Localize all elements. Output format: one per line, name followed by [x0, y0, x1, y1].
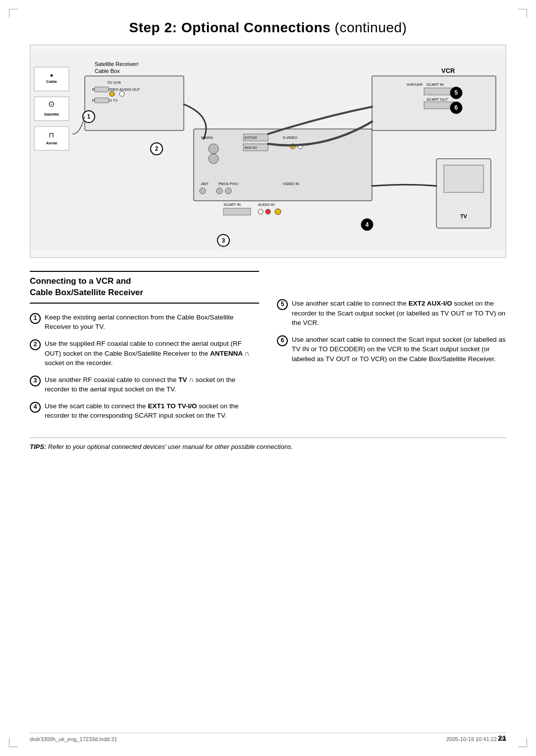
instruction-text-3: Use another RF coaxial cable to connect … — [45, 375, 259, 394]
list-item: 6 Use another scart cable to connect the… — [277, 335, 506, 364]
instruction-text-1: Keep the existing aerial connection from… — [45, 313, 259, 332]
list-item: 1 Keep the existing aerial connection fr… — [30, 313, 259, 332]
corner-mark-bl — [9, 738, 18, 747]
svg-rect-60 — [444, 165, 483, 192]
svg-text:AUDIO IN: AUDIO IN — [258, 202, 274, 207]
list-item: 3 Use another RF coaxial cable to connec… — [30, 375, 259, 394]
svg-text:SCART OUT: SCART OUT — [426, 97, 448, 102]
svg-point-48 — [200, 188, 205, 194]
tips-text: Refer to your optional connected devices… — [48, 443, 293, 450]
svg-text:VCR: VCR — [441, 67, 455, 74]
svg-text:⊓: ⊓ — [49, 131, 54, 139]
list-number-4: 4 — [30, 402, 41, 413]
svg-text:VIDEO IN: VIDEO IN — [283, 182, 299, 186]
svg-text:EXT1/IO: EXT1/IO — [245, 136, 257, 139]
list-number-1: 1 — [30, 313, 41, 324]
svg-rect-27 — [424, 88, 454, 95]
section-title: Connecting to a VCR and Cable Box/Satell… — [30, 276, 259, 299]
svg-point-17 — [110, 91, 115, 96]
list-number-5: 5 — [277, 299, 288, 310]
svg-text:Cable Box: Cable Box — [95, 68, 120, 74]
svg-rect-20 — [95, 98, 109, 103]
footer: dvdr3300h_uk_eng_17233d.indd 21 2005-10-… — [30, 733, 506, 742]
diagram-area: ■ Cable ⊙ Satellite ⊓ Aerial Satellite R… — [30, 45, 506, 258]
svg-text:TO VCR: TO VCR — [107, 80, 122, 85]
instruction-text-6: Use another scart cable to connect the S… — [292, 335, 506, 364]
svg-text:1: 1 — [87, 113, 90, 120]
svg-rect-19 — [95, 87, 109, 92]
list-number-3: 3 — [30, 376, 41, 386]
right-column: 5 Use another scart cable to connect the… — [277, 271, 506, 428]
svg-point-54 — [258, 209, 263, 214]
left-column: Connecting to a VCR and Cable Box/Satell… — [30, 271, 259, 428]
list-number-2: 2 — [30, 339, 41, 350]
svg-text:TV: TV — [460, 213, 468, 219]
svg-rect-52 — [223, 208, 251, 215]
left-instruction-list: 1 Keep the existing aerial connection fr… — [30, 313, 259, 421]
tips-label: TIPS: — [30, 443, 46, 450]
svg-point-37 — [208, 154, 218, 164]
svg-text:Satellite Receiver/: Satellite Receiver/ — [95, 61, 139, 67]
svg-text:2: 2 — [155, 145, 158, 152]
svg-point-55 — [266, 209, 270, 214]
right-instruction-list: 5 Use another scart cable to connect the… — [277, 299, 506, 364]
tips-area: TIPS: Refer to your optional connected d… — [30, 438, 506, 450]
title-suffix: (continued) — [335, 20, 407, 35]
svg-text:■: ■ — [50, 73, 53, 78]
corner-mark-tl — [9, 9, 18, 18]
svg-text:VHF/UHF: VHF/UHF — [406, 82, 423, 87]
svg-point-50 — [225, 188, 231, 194]
page-number: 21 — [498, 734, 506, 742]
list-item: 5 Use another scart cable to connect the… — [277, 299, 506, 328]
footer-left: dvdr3300h_uk_eng_17233d.indd 21 — [30, 736, 117, 742]
diagram-svg: ■ Cable ⊙ Satellite ⊓ Aerial Satellite R… — [30, 45, 506, 257]
list-item: 4 Use the scart cable to connect the EXT… — [30, 401, 259, 421]
svg-text:SCART IN: SCART IN — [223, 202, 241, 207]
corner-mark-br — [518, 738, 527, 747]
page: Step 2: Optional Connections (continued)… — [0, 0, 536, 756]
svg-point-36 — [208, 144, 218, 154]
svg-text:4: 4 — [365, 221, 369, 228]
svg-point-56 — [275, 209, 281, 215]
svg-rect-12 — [85, 76, 184, 130]
svg-text:Pb/Cb  Pr/Cr: Pb/Cb Pr/Cr — [218, 182, 239, 186]
footer-right: 2005-10-19 10:41:22 AM — [446, 736, 506, 742]
page-title: Step 2: Optional Connections (continued) — [30, 20, 506, 36]
svg-text:5: 5 — [455, 89, 458, 96]
svg-text:AUX-I/O: AUX-I/O — [245, 146, 257, 149]
svg-text:SCART IN: SCART IN — [426, 82, 444, 87]
svg-text:S-VIDEO: S-VIDEO — [283, 136, 297, 139]
svg-text:Aerial: Aerial — [46, 141, 57, 145]
title-main: Step 2: Optional Connections — [129, 20, 331, 35]
svg-text:Satellite: Satellite — [44, 112, 60, 117]
svg-text:Cable: Cable — [46, 79, 57, 84]
section-heading: Connecting to a VCR and Cable Box/Satell… — [30, 271, 259, 304]
corner-mark-tr — [518, 9, 527, 18]
svg-text:3: 3 — [222, 237, 225, 244]
svg-point-18 — [120, 91, 125, 96]
instruction-text-5: Use another scart cable to connect the E… — [292, 299, 506, 328]
content-area: Connecting to a VCR and Cable Box/Satell… — [30, 271, 506, 428]
instruction-text-2: Use the supplied RF coaxial cable to con… — [45, 339, 259, 368]
svg-text:ANT: ANT — [201, 182, 208, 186]
svg-rect-29 — [424, 102, 454, 109]
svg-point-49 — [216, 188, 222, 194]
svg-text:⊙: ⊙ — [48, 100, 55, 108]
list-item: 2 Use the supplied RF coaxial cable to c… — [30, 339, 259, 368]
list-number-6: 6 — [277, 335, 288, 346]
svg-text:6: 6 — [455, 104, 458, 111]
instruction-text-4: Use the scart cable to connect the EXT1 … — [45, 401, 259, 421]
svg-text:MAINS: MAINS — [201, 135, 213, 140]
